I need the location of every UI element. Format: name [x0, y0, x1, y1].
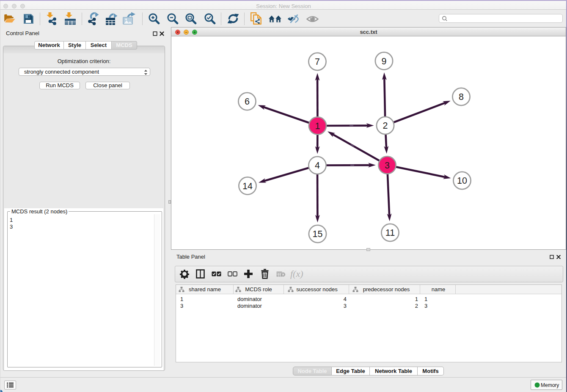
svg-text:14: 14 [242, 181, 253, 191]
svg-text:11: 11 [385, 228, 395, 238]
svg-text:8: 8 [459, 92, 464, 102]
svg-text:10: 10 [457, 176, 467, 186]
svg-text:2: 2 [383, 121, 388, 131]
svg-text:6: 6 [245, 97, 250, 107]
svg-text:3: 3 [385, 160, 390, 171]
svg-text:15: 15 [313, 229, 323, 239]
svg-text:9: 9 [382, 56, 387, 66]
svg-text:4: 4 [315, 160, 320, 171]
svg-text:7: 7 [315, 57, 320, 67]
svg-text:1: 1 [315, 121, 320, 131]
